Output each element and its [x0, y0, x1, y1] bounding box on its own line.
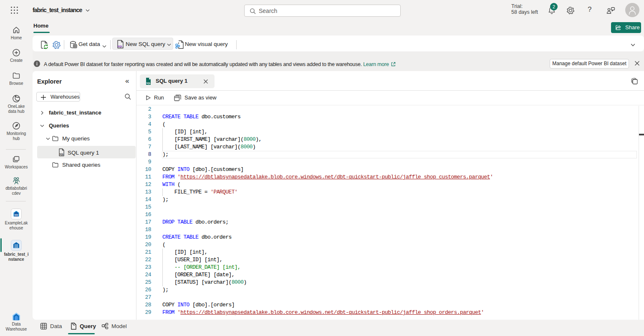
svg-text:SQL: SQL: [146, 82, 151, 84]
svg-text:SQL: SQL: [118, 45, 123, 48]
